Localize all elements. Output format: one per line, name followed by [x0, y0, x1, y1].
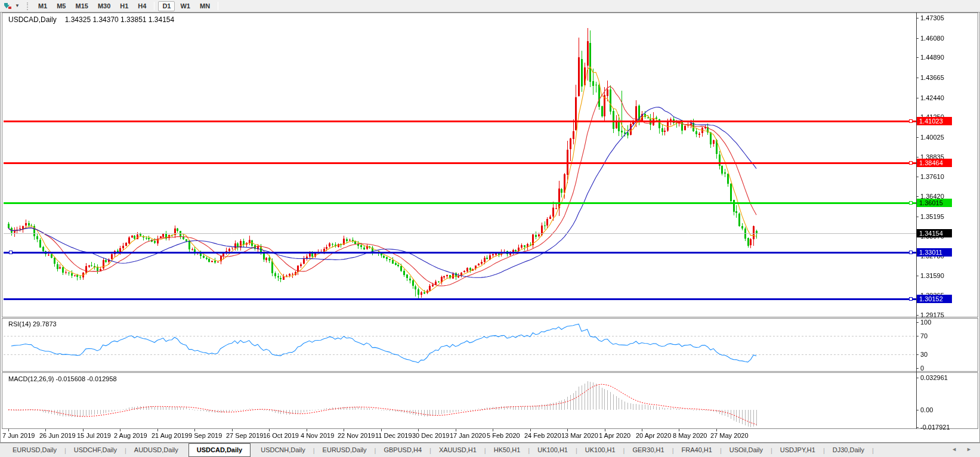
- price-tick-label: 1.42440: [920, 94, 944, 102]
- tab-separator: |: [872, 447, 874, 454]
- chart-tab-audusd-daily[interactable]: AUDUSD,Daily: [126, 444, 186, 456]
- timeframe-button-h4[interactable]: H4: [134, 1, 150, 11]
- date-tick-mark: [157, 429, 158, 431]
- date-tick-label: 11 Dec 2019: [375, 432, 412, 439]
- timeframe-button-d1[interactable]: D1: [158, 1, 175, 11]
- price-tick-mark: [916, 217, 919, 217]
- date-tick-mark: [493, 429, 493, 431]
- chart-tab-usdjpy-h1[interactable]: USDJPY,H1: [772, 444, 823, 456]
- chart-title-ohlc: 1.34325 1.34370 1.33851 1.34154: [65, 16, 175, 24]
- indicator-tick-label: 0.00: [920, 406, 933, 414]
- indicator-tick-mark: [916, 368, 919, 369]
- indicator-tick-label: 0.032961: [920, 374, 948, 382]
- chart-tab-usdcnh-daily[interactable]: USDCNH,Daily: [253, 444, 313, 456]
- tab-scroll-arrows: ◄ ►: [951, 446, 972, 452]
- chart-tab-hk50-h1[interactable]: HK50,H1: [486, 444, 528, 456]
- date-tick-mark: [8, 429, 9, 431]
- date-tick-mark: [344, 429, 344, 431]
- price-tick-mark: [916, 137, 919, 138]
- date-tick-mark: [120, 429, 120, 431]
- indicator-tick-label: 0: [920, 365, 924, 372]
- price-chart-canvas[interactable]: [0, 0, 980, 457]
- date-tick-mark: [642, 429, 642, 431]
- price-tick-label: 1.40025: [920, 134, 944, 141]
- chart-tab-gbpusd-h4[interactable]: GBPUSD,H4: [376, 444, 429, 456]
- timeframe-button-m30[interactable]: M30: [94, 1, 115, 11]
- price-tick-label: 1.46080: [920, 35, 944, 42]
- price-tick-mark: [916, 57, 919, 58]
- indicator-tick-mark: [916, 354, 919, 355]
- tab-scroll-left-icon[interactable]: ◄: [951, 446, 957, 452]
- chart-tab-dj30-daily[interactable]: DJ30,Daily: [825, 444, 872, 456]
- price-tick-mark: [916, 98, 919, 98]
- date-tick-mark: [605, 429, 605, 431]
- chart-tab-ger30-h1[interactable]: GER30,H1: [625, 444, 672, 456]
- date-tick-label: 22 Nov 2019: [338, 432, 375, 439]
- price-badge-1.41023: 1.41023: [917, 117, 952, 125]
- toolbar-separator: [218, 2, 218, 10]
- chart-tab-usoil-daily[interactable]: USOil,Daily: [722, 444, 771, 456]
- price-tick-mark: [916, 18, 919, 18]
- price-badge-1.34154: 1.34154: [917, 229, 952, 237]
- timeframe-button-mn[interactable]: MN: [196, 1, 214, 11]
- timeframe-button-m5[interactable]: M5: [52, 1, 70, 11]
- date-tick-mark: [567, 429, 568, 431]
- toolbar: ▼ M1M5M15M30H1H4D1W1MN: [0, 0, 980, 12]
- mt4-platform-window: ▼ M1M5M15M30H1H4D1W1MN USDCAD,Daily1.343…: [0, 0, 980, 457]
- chart-tabs: EURUSD,Daily|USDCHF,Daily|AUDUSD,DailyUS…: [5, 443, 874, 457]
- price-tick-label: 1.37610: [920, 173, 944, 181]
- indicator-tick-label: 70: [920, 332, 928, 340]
- price-badge-1.30152: 1.30152: [917, 295, 952, 303]
- chart-tab-uk100-h1[interactable]: UK100,H1: [530, 444, 576, 456]
- price-tick-label: 1.35195: [920, 213, 944, 221]
- chart-tabs-bar: EURUSD,Daily|USDCHF,Daily|AUDUSD,DailyUS…: [0, 443, 980, 457]
- chart-tab-fra40-h1[interactable]: FRA40,H1: [674, 444, 720, 456]
- toolbar-separator: [154, 2, 154, 10]
- chart-tab-xauusd-h1[interactable]: XAUUSD,H1: [431, 444, 484, 456]
- date-tick-label: 30 Dec 2019: [412, 432, 449, 439]
- price-tick-label: 1.43665: [920, 74, 944, 82]
- price-tick-mark: [916, 177, 919, 177]
- tab-scroll-right-icon[interactable]: ►: [966, 446, 972, 452]
- indicator-tick-mark: [916, 427, 919, 428]
- chart-tab-eurusd-daily[interactable]: EURUSD,Daily: [5, 444, 64, 456]
- date-tick-label: 13 Mar 2020: [561, 432, 598, 439]
- price-badge-1.36015: 1.36015: [917, 199, 952, 207]
- timeframe-buttons: M1M5M15M30H1H4D1W1MN: [33, 1, 221, 11]
- date-tick-label: 17 Jan 2020: [450, 432, 486, 439]
- indicator-tick-mark: [916, 410, 919, 410]
- price-tick-mark: [916, 78, 919, 78]
- date-tick-label: 15 Jul 2019: [77, 432, 111, 439]
- timeframe-button-h1[interactable]: H1: [116, 1, 132, 11]
- chart-tab-usdchf-daily[interactable]: USDCHF,Daily: [66, 444, 125, 456]
- timeframe-button-m1[interactable]: M1: [34, 1, 51, 11]
- date-tick-label: 26 Jun 2019: [39, 432, 76, 439]
- date-tick-label: 24 Feb 2020: [524, 432, 561, 439]
- date-tick-label: 1 Apr 2020: [599, 432, 630, 439]
- date-tick-label: 21 Aug 2019: [152, 432, 188, 439]
- indicator-tick-label: 100: [920, 319, 931, 326]
- macd-label: MACD(12,26,9) -0.015608 -0.012958: [8, 375, 117, 382]
- date-tick-mark: [530, 429, 531, 431]
- chart-tab-usdcad-daily[interactable]: USDCAD,Daily: [188, 443, 251, 457]
- date-tick-mark: [83, 429, 84, 431]
- date-tick-label: 5 Feb 2020: [487, 432, 520, 439]
- timeframe-button-w1[interactable]: W1: [176, 1, 194, 11]
- price-tick-label: 1.31590: [920, 272, 944, 280]
- price-tick-mark: [916, 38, 919, 39]
- trend-arrows-icon[interactable]: [2, 1, 13, 11]
- indicator-tick-label: 30: [920, 351, 928, 359]
- date-tick-mark: [232, 429, 233, 431]
- date-tick-label: 9 Sep 2019: [188, 432, 222, 439]
- date-tick-label: 2 Aug 2019: [114, 432, 147, 439]
- date-tick-mark: [269, 429, 270, 431]
- chart-tool-dropdown-icon[interactable]: ▼: [15, 1, 20, 11]
- chart-tab-eurusd-daily[interactable]: EURUSD,Daily: [315, 444, 375, 456]
- price-tick-mark: [916, 196, 919, 197]
- chart-title-symbol: USDCAD,Daily: [8, 16, 57, 24]
- chart-title: USDCAD,Daily1.34325 1.34370 1.33851 1.34…: [8, 16, 174, 24]
- indicator-tick-mark: [916, 378, 919, 378]
- timeframe-button-m15[interactable]: M15: [71, 1, 92, 11]
- price-axis-line: [916, 13, 917, 429]
- chart-tab-uk100-h1[interactable]: UK100,H1: [577, 444, 623, 456]
